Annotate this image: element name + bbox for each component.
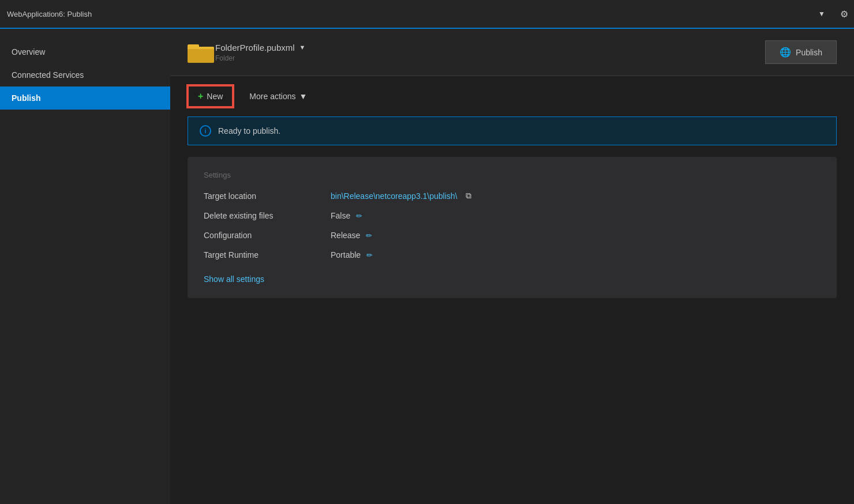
main-layout: Overview Connected Services Publish Fold… <box>0 29 854 504</box>
info-icon: i <box>200 125 211 137</box>
profile-type: Folder <box>215 54 765 62</box>
status-bar: i Ready to publish. <box>188 116 837 145</box>
delete-existing-label: Delete existing files <box>204 211 331 220</box>
target-runtime-value: Portable ✏ <box>331 250 373 259</box>
target-runtime-label: Target Runtime <box>204 250 331 259</box>
settings-row-configuration: Configuration Release ✏ <box>204 231 821 240</box>
settings-row-target-location: Target location bin\Release\netcoreapp3.… <box>204 191 821 201</box>
sidebar-item-publish[interactable]: Publish <box>0 86 170 110</box>
configuration-label: Configuration <box>204 231 331 240</box>
more-actions-chevron-icon: ▼ <box>299 92 308 101</box>
settings-row-delete-existing: Delete existing files False ✏ <box>204 211 821 220</box>
status-text: Ready to publish. <box>218 126 280 136</box>
sidebar-item-connected-services[interactable]: Connected Services <box>0 63 170 86</box>
content-area: FolderProfile.pubxml ▼ Folder 🌐 Publish … <box>170 29 854 504</box>
profile-header: FolderProfile.pubxml ▼ Folder 🌐 Publish <box>170 29 854 76</box>
target-location-value: bin\Release\netcoreapp3.1\publish\ ⧉ <box>331 191 471 201</box>
profile-info: FolderProfile.pubxml ▼ Folder <box>215 43 765 62</box>
title-bar: WebApplication6: Publish ▼ ⚙ <box>0 0 854 29</box>
configuration-edit-icon[interactable]: ✏ <box>366 231 372 240</box>
settings-panel: Settings Target location bin\Release\net… <box>188 157 837 298</box>
target-location-label: Target location <box>204 191 331 201</box>
new-button[interactable]: + New <box>188 85 233 107</box>
publish-globe-icon: 🌐 <box>780 47 791 58</box>
delete-existing-value: False ✏ <box>331 211 362 220</box>
copy-icon[interactable]: ⧉ <box>466 191 471 201</box>
svg-rect-3 <box>188 49 214 62</box>
profile-name-row: FolderProfile.pubxml ▼ <box>215 43 765 52</box>
plus-icon: + <box>198 91 203 101</box>
show-all-settings-link[interactable]: Show all settings <box>204 274 264 284</box>
dropdown-arrow-icon[interactable]: ▼ <box>818 10 825 18</box>
configuration-value: Release ✏ <box>331 231 372 240</box>
sidebar: Overview Connected Services Publish <box>0 29 170 504</box>
sidebar-item-overview[interactable]: Overview <box>0 40 170 63</box>
delete-existing-edit-icon[interactable]: ✏ <box>356 212 362 220</box>
settings-row-target-runtime: Target Runtime Portable ✏ <box>204 250 821 259</box>
title-bar-text: WebApplication6: Publish <box>7 10 847 18</box>
target-runtime-edit-icon[interactable]: ✏ <box>366 251 373 259</box>
settings-title: Settings <box>204 171 821 179</box>
profile-name-text: FolderProfile.pubxml <box>215 43 295 52</box>
folder-icon <box>188 41 215 64</box>
toolbar: + New More actions ▼ <box>170 76 854 116</box>
more-actions-button[interactable]: More actions ▼ <box>242 87 314 106</box>
publish-button[interactable]: 🌐 Publish <box>765 40 837 64</box>
profile-dropdown-icon[interactable]: ▼ <box>299 44 306 51</box>
gear-icon[interactable]: ⚙ <box>840 9 848 20</box>
